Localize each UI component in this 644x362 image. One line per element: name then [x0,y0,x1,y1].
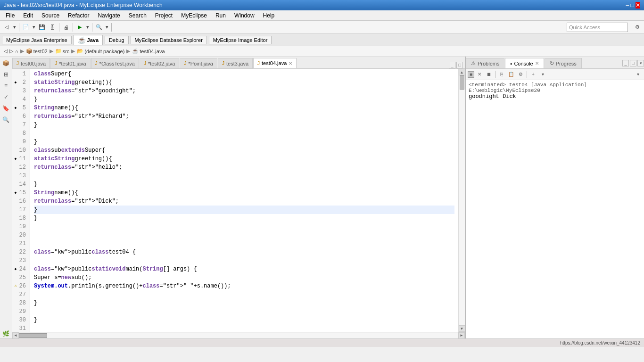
editor-tab-test01java[interactable]: J*test01.java [50,58,90,68]
print-button[interactable]: 🖨 [61,23,71,32]
scroll-left-btn[interactable]: ◄ [12,332,19,339]
main-area: 📦 ⊞ ≡ ✓ 🔖 🔍 🌿 Jtest00.javaJ*test01.javaJ… [0,57,644,338]
perspective-myeclipse-java-enterprise[interactable]: MyEclipse Java Enterprise [2,36,72,44]
editor-minimize-btn[interactable]: _ [449,62,455,68]
minimize-button[interactable]: – [626,2,629,8]
breadcrumb-src[interactable]: 📁 src [55,48,70,54]
breadcrumb-default-pkg[interactable]: 📂 (default package) [77,48,124,54]
left-sidebar: 📦 ⊞ ≡ ✓ 🔖 🔍 🌿 [0,57,12,338]
new-button[interactable]: 📄 [21,23,31,32]
editor-tab-test02java[interactable]: J*test02.java [140,58,179,68]
new-dropdown[interactable]: ▾ [32,23,36,32]
search-dropdown[interactable]: ▾ [105,23,109,32]
tab-progress[interactable]: ↻ Progress [545,58,582,68]
status-url: https://blog.csdn.net/weixin_44123412 [560,340,640,346]
toolbar-settings[interactable]: ⚙ [633,23,642,32]
package-explorer-icon[interactable]: 📦 [1,58,11,68]
hscroll-thumb[interactable] [19,333,47,338]
editor-tab-test3java[interactable]: Jtest3.java [218,58,253,68]
menu-item-edit[interactable]: Edit [19,11,37,20]
editor-tab-classtestjava[interactable]: J*ClassTest.java [91,58,139,68]
console-output-area[interactable]: <terminated> test04 [Java Application] E… [466,80,644,338]
tab-problems[interactable]: ⚠ Problems [466,58,504,68]
java-tab-icon: J [144,61,146,66]
java-tab-icon: J [184,61,186,66]
new-console-btn[interactable]: + [529,70,537,79]
editor-tab-test00java[interactable]: Jtest00.java [12,58,50,68]
breadcrumb-nav-forward[interactable]: ▷ [9,48,13,54]
menu-item-project[interactable]: Project [151,11,176,20]
line-number-8: 8 [12,129,28,138]
props-btn[interactable]: ⚙ [516,70,525,79]
line-number-20: 20 [12,231,28,239]
maximize-button[interactable]: □ [630,2,634,8]
console-dropdown[interactable]: ▾ [538,70,547,79]
menu-item-source[interactable]: Source [38,11,63,20]
terminate-btn[interactable]: ⏹ [485,70,493,79]
breadcrumb-nav-back[interactable]: ◁ [4,48,8,54]
close-button[interactable]: ✕ [636,2,640,8]
line-number-10: 10 [12,146,28,155]
scroll-up-btn[interactable]: ▲ [459,69,465,75]
breadcrumb-test02[interactable]: 📦 test02 [26,48,48,54]
code-line-31 [34,324,454,332]
panel-minimize-btn[interactable]: _ [622,60,629,66]
tab-console[interactable]: ▪ Console ✕ [505,58,544,68]
horizontal-scrollbar[interactable]: ◄ ► [12,332,465,338]
line-number-11: ◆11 [12,155,28,163]
menu-item-myeclipse[interactable]: MyEclipse [177,11,211,20]
stop-button[interactable]: ■ [468,71,474,78]
run-dropdown[interactable]: ▾ [85,23,90,32]
tab-close-btn[interactable]: ✕ [289,61,292,66]
perspective-myeclipse-database-explorer[interactable]: MyEclipse Database Explorer [131,36,207,44]
hscroll-track[interactable] [19,333,458,338]
outline-icon[interactable]: ≡ [1,81,11,90]
bookmark-icon[interactable]: 🔖 [1,104,11,113]
task-icon[interactable]: ✓ [1,92,11,102]
breadcrumb-file[interactable]: ☕ test04.java [132,48,165,54]
scroll-right-btn[interactable]: ► [458,332,465,339]
save-all[interactable]: 🗄 [48,23,57,32]
menu-item-help[interactable]: Help [259,11,279,20]
run-debug[interactable]: ▶ [75,23,84,32]
editor-tab-test04java[interactable]: Jtest04.java✕ [253,58,297,68]
quick-access-input[interactable]: Quick Access [567,23,628,32]
perspective-debug[interactable]: Debug [105,36,128,44]
panel-settings-btn[interactable]: ▾ [637,60,644,66]
editor-maximize-btn[interactable]: □ [456,62,463,68]
back-button[interactable]: ◁ [2,23,11,32]
code-area[interactable]: class Super{ static String greeting(){ r… [30,69,458,332]
search-btn[interactable]: 🔍 [94,23,104,32]
folder-icon: 📁 [55,48,62,54]
clear-console-btn[interactable]: ✕ [475,70,484,79]
scroll-track[interactable] [459,75,465,325]
vertical-scrollbar[interactable]: ▲ ▼ [458,69,465,332]
menu-item-window[interactable]: Window [231,11,258,20]
dropdown-back[interactable]: ▾ [12,23,17,32]
title-controls[interactable]: – □ ✕ [626,2,640,8]
paste-btn[interactable]: 📋 [507,70,515,79]
code-line-6: return class="str">"Richard"; [34,112,454,121]
editor-tab-pointjava[interactable]: J*Point.java [180,58,217,68]
console-view-menu[interactable]: ▾ [634,70,642,79]
scroll-down-btn[interactable]: ▼ [459,325,465,332]
console-close-btn[interactable]: ✕ [535,61,539,66]
breadcrumb-home[interactable]: ⌂ [15,49,18,54]
perspective-myeclipse-image-editor[interactable]: MyEclipse Image Editor [209,36,272,44]
search-results-icon[interactable]: 🔍 [1,115,11,124]
menu-item-file[interactable]: File [2,11,18,20]
method-marker-11: ◆ [12,155,19,163]
leaf-icon[interactable]: 🌿 [1,329,11,338]
menu-item-run[interactable]: Run [212,11,230,20]
code-line-18: } [34,214,454,222]
save-button[interactable]: 💾 [37,23,47,32]
perspective-java[interactable]: ☕Java [74,35,103,45]
panel-maximize-btn[interactable]: □ [630,60,636,66]
code-line-14: } [34,180,454,189]
scroll-thumb[interactable] [460,75,464,90]
menu-item-navigate[interactable]: Navigate [94,11,124,20]
menu-item-search[interactable]: Search [125,11,150,20]
copy-btn[interactable]: ⎘ [497,70,506,79]
menu-item-refactor[interactable]: Refactor [64,11,93,20]
hierarchy-icon[interactable]: ⊞ [1,70,11,79]
